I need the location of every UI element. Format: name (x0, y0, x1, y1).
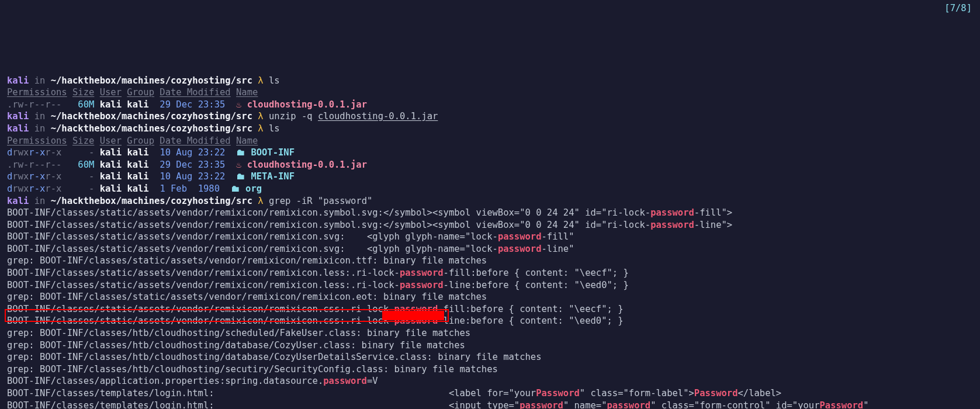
grep-line: BOOT-INF/classes/static/assets/vendor/re… (7, 280, 629, 290)
cmd-ls: ls (269, 123, 280, 134)
ls-size: 60M (78, 160, 94, 170)
grep-line: BOOT-INF/classes/static/assets/vendor/re… (7, 268, 629, 278)
status-counter: [7/8] (944, 2, 972, 15)
prompt-path: ~/hackthebox/machines/cozyhosting/src (51, 111, 252, 122)
prompt-user: kali (7, 196, 29, 206)
prompt-lambda: λ (258, 75, 263, 86)
ls-perm: d (7, 183, 12, 194)
header-perm: Permissions (7, 136, 67, 146)
ls-size: - (89, 183, 94, 194)
header-size: Size (72, 87, 94, 98)
ls-owner: kali (100, 183, 122, 194)
ls-date: 10 Aug 23:22 (160, 171, 225, 182)
grep-line: BOOT-INF/classes/templates/login.html: <… (7, 400, 868, 409)
grep-line: BOOT-INF/classes/static/assets/vendor/re… (7, 244, 574, 254)
prompt-path: ~/hackthebox/machines/cozyhosting/src (51, 123, 252, 134)
prompt-path: ~/hackthebox/machines/cozyhosting/src (51, 196, 252, 206)
ls-group: kali (127, 171, 148, 182)
ls-date: 10 Aug 23:22 (160, 147, 225, 158)
ls-perm: .rw-r--r-- (7, 160, 61, 170)
cmd-ls: ls (269, 75, 280, 86)
grep-line: grep: BOOT-INF/classes/htb/cloudhosting/… (7, 352, 542, 362)
header-group: Group (127, 136, 154, 146)
terminal-output[interactable]: kali in ~/hackthebox/machines/cozyhostin… (7, 75, 973, 409)
prompt-in: in (34, 123, 46, 134)
ls-date: 1 Feb 1980 (160, 183, 220, 194)
ls-owner: kali (100, 99, 122, 110)
prompt-user: kali (7, 111, 29, 122)
grep-line: grep: BOOT-INF/classes/static/assets/ven… (7, 255, 487, 266)
grep-line: BOOT-INF/classes/static/assets/vendor/re… (7, 220, 732, 230)
cmd-grep: grep -iR "password" (269, 196, 372, 206)
header-user: User (100, 136, 122, 146)
java-icon: ♨ (236, 99, 241, 110)
ls-size: 60M (78, 99, 94, 110)
ls-file: org (245, 183, 262, 194)
prompt-user: kali (7, 75, 29, 86)
prompt-lambda: λ (258, 123, 263, 134)
header-perm: Permissions (7, 87, 67, 98)
folder-icon: 🖿 (236, 147, 245, 158)
grep-line: BOOT-INF/classes/templates/login.html: <… (7, 388, 781, 398)
java-icon: ♨ (236, 160, 241, 170)
ls-size: - (89, 171, 94, 182)
ls-file: BOOT-INF (251, 147, 295, 158)
grep-line: BOOT-INF/classes/static/assets/vendor/re… (7, 304, 624, 314)
ls-perm: d (7, 147, 12, 158)
ls-size: - (89, 147, 94, 158)
header-group: Group (127, 87, 154, 98)
ls-perm: .rw-r--r-- (7, 99, 61, 110)
ls-group: kali (127, 147, 148, 158)
ls-group: kali (127, 183, 148, 194)
cmd-unzip: unzip -q (269, 111, 313, 122)
ls-perm: d (7, 171, 12, 182)
ls-owner: kali (100, 160, 122, 170)
ls-date: 29 Dec 23:35 (160, 160, 225, 170)
header-date: Date Modified (160, 87, 230, 98)
prompt-in: in (34, 111, 46, 122)
grep-line: grep: BOOT-INF/classes/static/assets/ven… (7, 292, 487, 302)
header-date: Date Modified (160, 136, 230, 146)
grep-line: BOOT-INF/classes/static/assets/vendor/re… (7, 207, 732, 218)
prompt-user: kali (7, 123, 29, 134)
ls-owner: kali (100, 147, 122, 158)
folder-icon: 🖿 (236, 171, 245, 182)
ls-group: kali (127, 99, 148, 110)
prompt-lambda: λ (258, 196, 263, 206)
cmd-unzip-arg: cloudhosting-0.0.1.jar (318, 111, 438, 122)
prompt-lambda: λ (258, 111, 263, 122)
grep-line: grep: BOOT-INF/classes/htb/cloudhosting/… (7, 328, 470, 338)
folder-icon: 🖿 (231, 183, 240, 194)
header-name: Name (236, 136, 258, 146)
ls-owner: kali (100, 171, 122, 182)
ls-group: kali (127, 160, 148, 170)
prompt-in: in (34, 75, 46, 86)
ls-file: cloudhosting-0.0.1.jar (247, 99, 367, 110)
ls-file: cloudhosting-0.0.1.jar (247, 160, 367, 170)
prompt-path: ~/hackthebox/machines/cozyhosting/src (51, 75, 252, 86)
header-name: Name (236, 87, 258, 98)
grep-line: BOOT-INF/classes/static/assets/vendor/re… (7, 231, 574, 242)
ls-date: 29 Dec 23:35 (160, 99, 225, 110)
prompt-in: in (34, 196, 46, 206)
grep-line: BOOT-INF/classes/static/assets/vendor/re… (7, 316, 624, 326)
grep-line-highlighted: BOOT-INF/classes/application.properties:… (7, 376, 378, 386)
header-user: User (100, 87, 122, 98)
ls-file: META-INF (251, 171, 295, 182)
header-size: Size (72, 136, 94, 146)
grep-line: grep: BOOT-INF/classes/htb/cloudhosting/… (7, 364, 498, 375)
grep-line: grep: BOOT-INF/classes/htb/cloudhosting/… (7, 340, 465, 351)
